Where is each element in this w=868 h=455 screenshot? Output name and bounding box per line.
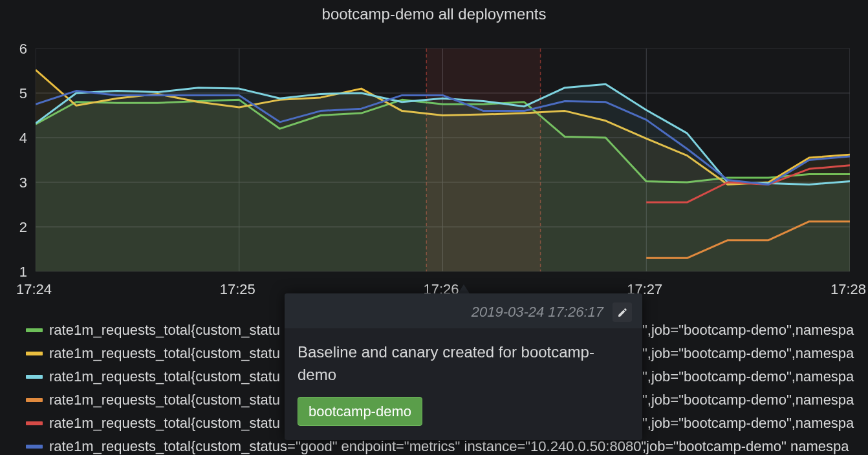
legend-swatch bbox=[26, 421, 43, 425]
panel-title: bootcamp-demo all deployments bbox=[0, 0, 868, 23]
annotation-text: Baseline and canary created for bootcamp… bbox=[298, 341, 629, 386]
legend-swatch bbox=[26, 445, 43, 449]
svg-text:5: 5 bbox=[19, 85, 27, 101]
y-axis: 123456 bbox=[0, 48, 36, 271]
chart-svg[interactable] bbox=[36, 48, 850, 271]
legend-right-fragments: ",job="bootcamp-demo",namespa",job="boot… bbox=[642, 319, 854, 455]
pencil-icon bbox=[617, 307, 628, 318]
legend-label: rate1m_requests_total{custom_statu bbox=[49, 342, 280, 365]
legend-label: rate1m_requests_total{custom_statu bbox=[49, 388, 280, 412]
svg-text:17:28: 17:28 bbox=[830, 281, 866, 297]
legend-label: rate1m_requests_total{custom_statu bbox=[49, 365, 280, 388]
legend-label-right: ",job="bootcamp-demo",namespa bbox=[642, 388, 854, 412]
svg-text:4: 4 bbox=[19, 130, 27, 146]
svg-text:2: 2 bbox=[19, 219, 27, 235]
annotation-tag[interactable]: bootcamp-demo bbox=[298, 397, 422, 427]
svg-text:17:24: 17:24 bbox=[16, 281, 52, 297]
svg-text:17:25: 17:25 bbox=[220, 281, 255, 297]
legend-label-right: ,job="bootcamp-demo" namespa bbox=[642, 435, 854, 455]
edit-annotation-button[interactable] bbox=[613, 302, 632, 322]
legend-label-right: ",job="bootcamp-demo",namespa bbox=[642, 342, 854, 365]
legend-swatch bbox=[26, 375, 43, 379]
svg-text:6: 6 bbox=[19, 41, 27, 57]
legend-swatch bbox=[26, 398, 43, 402]
tooltip-caret bbox=[458, 284, 470, 293]
svg-text:3: 3 bbox=[19, 175, 27, 191]
annotation-tooltip: 2019-03-24 17:26:17 Baseline and canary … bbox=[285, 293, 642, 440]
legend-swatch bbox=[26, 352, 43, 355]
legend-label: rate1m_requests_total{custom_statu bbox=[49, 319, 280, 342]
legend-label-right: ",job="bootcamp-demo",namespa bbox=[642, 412, 854, 435]
legend-label: rate1m_requests_total{custom_statu bbox=[49, 412, 280, 435]
legend-label-right: ",job="bootcamp-demo",namespa bbox=[642, 319, 854, 342]
panel: { "title": "bootcamp-demo all deployment… bbox=[0, 0, 868, 455]
legend-label-right: ",job="bootcamp-demo",namespa bbox=[642, 365, 854, 388]
svg-text:1: 1 bbox=[19, 264, 27, 280]
annotation-timestamp: 2019-03-24 17:26:17 bbox=[472, 304, 603, 321]
legend-swatch bbox=[26, 328, 43, 332]
